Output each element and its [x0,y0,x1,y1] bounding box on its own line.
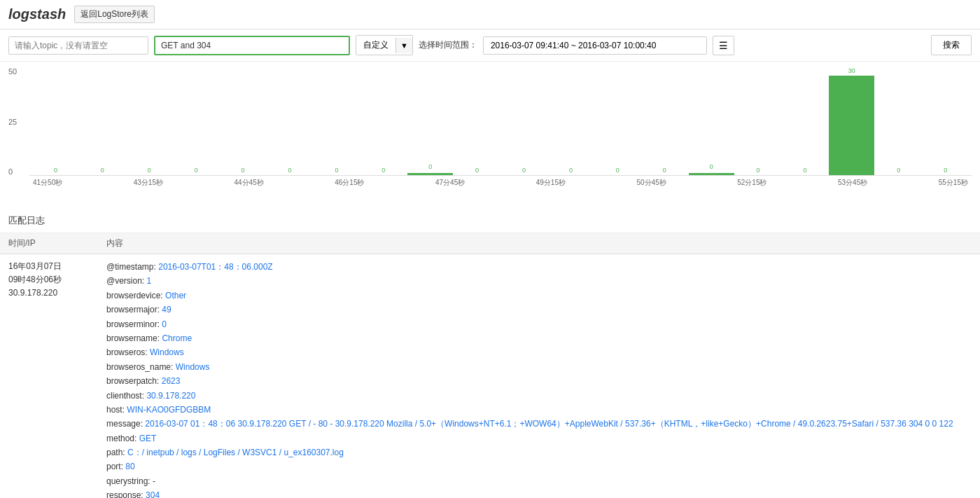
log-field-row: message: 2016-03-07 01：48：06 30.9.178.22… [106,417,972,431]
chart-bar-col: 0 [314,67,359,175]
chart-bar-col: 0 [174,67,219,175]
log-field-value: 0 [162,319,167,329]
chart-bar-col: 0 [360,67,406,175]
chart-y-labels: 50 25 0 [8,67,17,176]
bar-label: 0 [475,167,479,174]
bar-label: 0 [803,167,806,174]
log-field-key: browserpatch: [106,376,162,386]
custom-btn-wrap: 自定义 ▼ [356,35,413,55]
log-field-row: clienthost: 30.9.178.220 [106,389,972,403]
bar-label: 0 [710,163,713,170]
logo: logstash [8,6,66,22]
y-label-25: 25 [8,118,17,126]
chart-bar-col: 0 [783,67,828,175]
log-field-value: GET [139,434,157,443]
log-field-value: 2623 [162,376,181,386]
log-date: 16年03月07日 [8,260,106,273]
chart-bar-col: 0 [267,67,313,175]
chart-bar-col: 0 [127,67,172,175]
log-field-row: browsermajor: 49 [106,303,972,317]
chart-bar-col: 0 [407,67,453,175]
chart-bar-col: 0 [501,67,547,175]
x-label: 49分15秒 [536,178,566,188]
log-field-row: method: GET [106,431,972,445]
bar-label: 0 [335,167,338,174]
log-entry: 16年03月07日 09时48分06秒 30.9.178.220@timesta… [0,254,980,498]
log-field-row: browserpatch: 2623 [106,374,972,388]
x-label: 41分50秒 [33,178,62,188]
bar-label: 0 [241,167,245,174]
log-section-title: 匹配日志 [0,209,980,233]
log-field-value: 304 [146,490,160,498]
log-field-row: browserminor: 0 [106,317,972,331]
log-field-row: @timestamp: 2016-03-07T01：48：06.000Z [106,260,972,274]
header: logstash 返回LogStore列表 [0,0,980,29]
bar-label: 0 [288,167,291,174]
custom-button[interactable]: 自定义 [356,36,396,55]
log-field-value: - [153,476,155,486]
bar-label: 0 [148,167,151,174]
x-label: 53分45秒 [838,178,867,188]
bar-label: 0 [428,163,432,170]
log-field-value: Chrome [162,333,192,343]
chart-bar-col: 0 [548,67,594,175]
bar-label: 0 [757,167,760,174]
x-label: 50分45秒 [637,178,666,188]
log-field-key: @timestamp: [106,262,158,272]
log-field-row: response: 304 [106,488,972,498]
log-field-value: 1 [147,276,152,286]
bar-underline [689,173,734,175]
chart-bar-col: 0 [220,67,266,175]
log-field-value: 30.9.178.220 [146,391,195,401]
chart-bar-col: 0 [876,67,921,175]
log-field-value: Other [165,291,186,300]
topic-input[interactable] [8,36,148,55]
search-button[interactable]: 搜索 [931,35,972,55]
toolbar: 自定义 ▼ 选择时间范围： ☰ 搜索 [0,29,980,62]
log-field-key: message: [106,419,145,429]
query-input[interactable] [154,36,350,55]
chart-bar-col: 30 [829,67,874,175]
log-field-key: host: [106,405,127,415]
bar-label: 0 [522,167,526,174]
log-entries-container: 16年03月07日 09时48分06秒 30.9.178.220@timesta… [0,254,980,498]
log-field-key: browseros: [106,347,150,357]
log-field-key: port: [106,462,125,471]
log-table-header: 时间/IP 内容 [0,233,980,254]
time-range-label: 选择时间范围： [419,39,477,51]
bar-label: 0 [944,167,947,174]
chart-bar-col: 0 [689,67,734,175]
log-content: @timestamp: 2016-03-07T01：48：06.000Z@ver… [106,260,972,498]
calendar-button[interactable]: ☰ [713,36,734,55]
log-field-row: @version: 1 [106,274,972,288]
chart-content: 000000000000000003000 [29,67,972,176]
time-range-input[interactable] [483,36,707,55]
chart-bar-col: 0 [642,67,687,175]
x-label: 43分15秒 [134,178,163,188]
log-time-ip: 16年03月07日 09时48分06秒 30.9.178.220 [8,260,106,300]
log-field-key: response: [106,490,146,498]
log-field-value: 2016-03-07 01：48：06 30.9.178.220 GET / -… [145,419,953,429]
chart-bars: 000000000000000003000 [29,67,972,175]
chart-area: 50 25 0 000000000000000003000 41分50秒43分1… [0,62,980,209]
log-field-row: browseros: Windows [106,345,972,359]
custom-dropdown-arrow[interactable]: ▼ [396,38,412,53]
chart-bar-col: 0 [923,67,968,175]
back-button[interactable]: 返回LogStore列表 [74,6,155,23]
log-field-key: browsername: [106,333,162,343]
col-header-content: 内容 [106,237,972,249]
log-time: 09时48分06秒 [8,273,106,286]
log-field-row: browserdevice: Other [106,289,972,303]
col-header-time: 时间/IP [8,237,106,249]
chart-bar-col: 0 [454,67,500,175]
log-field-row: path: C：/ inetpub / logs / LogFiles / W3… [106,445,972,459]
log-field-row: browsername: Chrome [106,331,972,345]
bar-label: 0 [54,167,57,174]
x-label: 44分45秒 [234,178,264,188]
log-field-key: browserminor: [106,319,162,329]
log-ip: 30.9.178.220 [8,286,106,300]
bar-label: 30 [848,67,855,74]
log-field-key: querystring: [106,476,153,486]
bar-label: 0 [101,167,104,174]
log-field-key: browserdevice: [106,291,165,300]
